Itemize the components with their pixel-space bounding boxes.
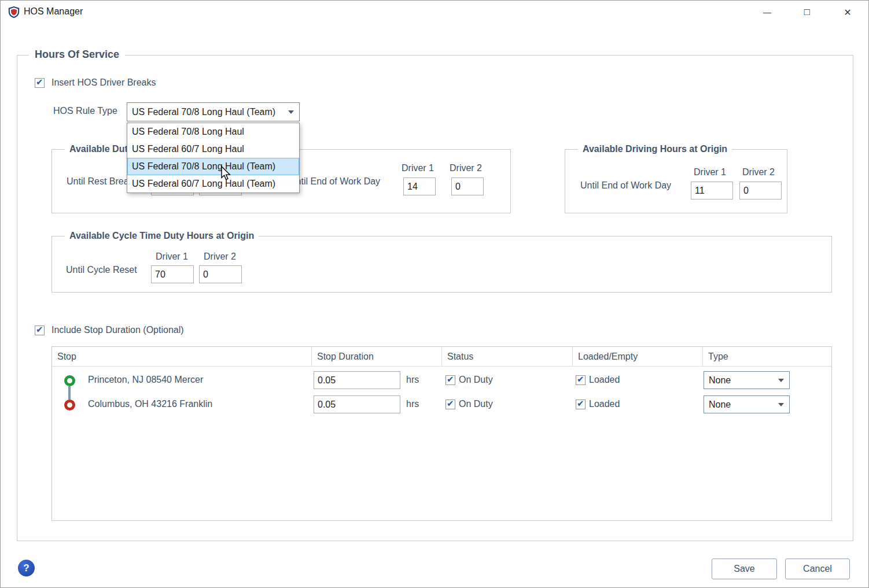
- driving-driver2-header: Driver 2: [742, 167, 775, 177]
- stop-duration-input[interactable]: [314, 371, 400, 389]
- close-icon: ✕: [844, 7, 851, 18]
- cycle-driver1-header: Driver 1: [156, 252, 188, 262]
- on-duty-label: On Duty: [459, 375, 493, 385]
- destination-marker-icon: [64, 400, 75, 411]
- header-stop: Stop: [52, 347, 312, 366]
- insert-hos-breaks-checkbox[interactable]: ✔: [35, 78, 45, 88]
- window-title: HOS Manager: [24, 6, 83, 17]
- hos-rule-option-60-7[interactable]: US Federal 60/7 Long Haul: [127, 140, 299, 158]
- hos-rule-type-label: HOS Rule Type: [53, 106, 117, 116]
- driving-driver1-header: Driver 1: [694, 167, 726, 177]
- include-stop-duration-checkbox[interactable]: ✔: [35, 326, 45, 335]
- insert-hos-breaks-label: Insert HOS Driver Breaks: [51, 77, 156, 88]
- available-driving-hours-legend: Available Driving Hours at Origin: [578, 143, 732, 155]
- checkmark-icon: ✔: [577, 398, 584, 409]
- dropdown-arrow-icon: [778, 379, 784, 382]
- on-duty-label: On Duty: [459, 399, 493, 409]
- loaded-label: Loaded: [589, 375, 620, 385]
- stop-type-value: None: [704, 396, 789, 413]
- driving-until-end-of-work-day-label: Until End of Work Day: [580, 180, 671, 191]
- checkmark-icon: ✔: [447, 374, 454, 384]
- work-driver2-header: Driver 2: [450, 163, 482, 173]
- hos-rule-option-70-8[interactable]: US Federal 70/8 Long Haul: [127, 123, 299, 140]
- driving-driver2-input[interactable]: [739, 182, 782, 199]
- app-shield-icon: [8, 6, 20, 19]
- hos-rule-option-70-8-team[interactable]: US Federal 70/8 Long Haul (Team): [127, 158, 299, 175]
- on-duty-checkbox[interactable]: ✔: [445, 400, 455, 409]
- available-driving-hours-groupbox: Available Driving Hours at Origin Driver…: [565, 149, 787, 213]
- loaded-checkbox[interactable]: ✔: [576, 375, 586, 385]
- loaded-label: Loaded: [589, 399, 620, 409]
- stop-type-value: None: [704, 372, 789, 389]
- loaded-checkbox[interactable]: ✔: [576, 400, 586, 409]
- until-cycle-reset-label: Until Cycle Reset: [66, 265, 137, 275]
- cancel-button[interactable]: Cancel: [785, 559, 850, 579]
- stop-row-2: Columbus, OH 43216 Franklin hrs ✔ On Dut…: [52, 395, 831, 417]
- checkmark-icon: ✔: [36, 324, 43, 335]
- minimize-button[interactable]: —: [754, 1, 780, 24]
- include-stop-duration-label: Include Stop Duration (Optional): [51, 325, 184, 335]
- cycle-driver2-input[interactable]: [199, 265, 242, 283]
- stop-type-select[interactable]: None: [704, 395, 790, 413]
- work-driver1-header: Driver 1: [402, 163, 434, 173]
- close-button[interactable]: ✕: [834, 1, 861, 24]
- help-icon: ?: [23, 563, 29, 574]
- checkmark-icon: ✔: [36, 77, 43, 87]
- stop-duration-input[interactable]: [314, 395, 400, 413]
- dropdown-arrow-icon: [288, 110, 294, 114]
- insert-hos-breaks-row: ✔ Insert HOS Driver Breaks: [35, 77, 156, 88]
- stop-row-1: Princeton, NJ 08540 Mercer hrs ✔ On Duty…: [52, 371, 831, 393]
- header-stop-duration: Stop Duration: [312, 347, 442, 366]
- hos-manager-window: HOS Manager — □ ✕ Hours Of Service ✔ Ins…: [0, 0, 869, 588]
- hos-rule-type-combobox[interactable]: US Federal 70/8 Long Haul (Team): [127, 102, 300, 121]
- checkmark-icon: ✔: [577, 374, 584, 384]
- header-loaded-empty: Loaded/Empty: [573, 347, 703, 366]
- on-duty-checkbox[interactable]: ✔: [445, 375, 455, 385]
- save-button[interactable]: Save: [712, 559, 777, 579]
- duration-unit-label: hrs: [406, 399, 419, 409]
- driving-driver1-input[interactable]: [691, 182, 733, 199]
- header-type: Type: [703, 347, 831, 366]
- dropdown-arrow-icon: [778, 403, 784, 406]
- cycle-driver1-input[interactable]: [151, 265, 194, 283]
- until-end-of-work-day-label: Until End of Work Day: [289, 176, 380, 187]
- duration-unit-label: hrs: [406, 375, 419, 385]
- maximize-button[interactable]: □: [794, 1, 820, 24]
- work-day-driver2-input[interactable]: [451, 177, 484, 195]
- stops-table: Stop Stop Duration Status Loaded/Empty T…: [51, 346, 832, 521]
- checkmark-icon: ✔: [447, 398, 454, 409]
- cycle-driver2-header: Driver 2: [204, 252, 236, 262]
- hos-rule-type-value: US Federal 70/8 Long Haul (Team): [127, 103, 299, 121]
- until-rest-break-label: Until Rest Break: [67, 176, 134, 187]
- help-button[interactable]: ?: [18, 560, 35, 576]
- stop-name: Columbus, OH 43216 Franklin: [88, 399, 212, 409]
- available-cycle-time-legend: Available Cycle Time Duty Hours at Origi…: [65, 230, 259, 242]
- origin-marker-icon: [64, 375, 75, 386]
- stop-type-select[interactable]: None: [704, 371, 790, 389]
- hours-of-service-legend: Hours Of Service: [29, 47, 125, 61]
- hos-rule-option-60-7-team[interactable]: US Federal 60/7 Long Haul (Team): [127, 175, 299, 193]
- header-status: Status: [442, 347, 573, 366]
- available-cycle-time-groupbox: Available Cycle Time Duty Hours at Origi…: [51, 236, 832, 293]
- stops-table-header: Stop Stop Duration Status Loaded/Empty T…: [52, 347, 831, 367]
- include-stop-duration-row: ✔ Include Stop Duration (Optional): [35, 325, 184, 335]
- title-bar: HOS Manager — □ ✕: [1, 1, 868, 24]
- maximize-icon: □: [804, 6, 810, 18]
- stop-name: Princeton, NJ 08540 Mercer: [88, 375, 203, 385]
- work-day-driver1-input[interactable]: [403, 177, 436, 195]
- hos-rule-dropdown-list: US Federal 70/8 Long Haul US Federal 60/…: [127, 123, 300, 193]
- minimize-icon: —: [763, 8, 771, 17]
